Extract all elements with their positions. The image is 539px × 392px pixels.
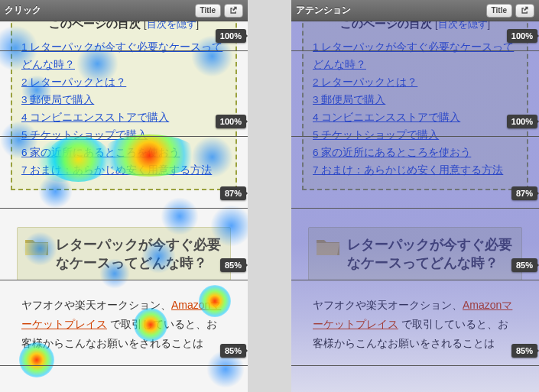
section-heading: レターパックが今すぐ必要なケースってどんな時？ <box>308 227 522 281</box>
toc-item: 6 家の近所にあるところを使おう <box>21 144 226 162</box>
body-paragraph: ヤフオクや楽天オークション、Amazonマーケットプレイス で取引していると、お… <box>21 296 226 354</box>
toc-item: 3 郵便局で購入 <box>313 92 518 109</box>
toc-item: 4 コンビニエンスストアで購入 <box>21 109 226 127</box>
title-button[interactable]: Title <box>195 4 221 18</box>
panel-title: クリック <box>5 4 195 17</box>
panel-header: クリック Title <box>0 0 248 21</box>
panel-title: アテンション <box>296 4 486 17</box>
scroll-marker: 85% <box>220 344 246 358</box>
toc-list: 1 レターパックが今すぐ必要なケースってどんな時？ 2 レターパックとは？ 3 … <box>21 39 226 180</box>
toc-item: 1 レターパックが今すぐ必要なケースってどんな時？ <box>313 39 518 74</box>
scroll-marker: 85% <box>511 258 537 272</box>
section-heading-text: レターパックが今すぐ必要なケースってどんな時？ <box>347 235 512 273</box>
panel-attention: アテンション Title このページの目次 [目次を隠す] 1 レターパックが今… <box>291 0 539 392</box>
toc-box: このページの目次 [目次を隠す] 1 レターパックが今すぐ必要なケースってどんな… <box>302 8 528 190</box>
scroll-marker: 100% <box>507 29 537 43</box>
scroll-marker: 85% <box>220 258 246 272</box>
panel-header: アテンション Title <box>291 0 539 21</box>
toc-item: 2 レターパックとは？ <box>313 74 518 92</box>
panel-body: このページの目次 [目次を隠す] 1 レターパックが今すぐ必要なケースってどんな… <box>291 0 539 392</box>
toc-item: 5 チケットショップで購入 <box>21 127 226 144</box>
toc-item: 5 チケットショップで購入 <box>313 127 518 144</box>
external-link-icon <box>521 6 529 15</box>
section-heading-text: レターパックが今すぐ必要なケースってどんな時？ <box>56 235 221 273</box>
scroll-marker: 100% <box>216 29 246 43</box>
share-button[interactable] <box>515 4 534 18</box>
section-heading: レターパックが今すぐ必要なケースってどんな時？ <box>17 227 231 281</box>
scroll-marker: 100% <box>216 115 246 128</box>
panel-body: このページの目次 [目次を隠す] 1 レターパックが今すぐ必要なケースってどんな… <box>0 0 248 392</box>
split-view: クリック Title このページの目次 [目次を隠す] 1 レターパックが今すぐ… <box>0 0 539 392</box>
title-button[interactable]: Title <box>486 4 512 18</box>
folder-icon <box>24 235 50 257</box>
scroll-marker: 85% <box>511 344 537 358</box>
panel-click: クリック Title このページの目次 [目次を隠す] 1 レターパックが今すぐ… <box>0 0 248 392</box>
body-paragraph: ヤフオクや楽天オークション、Amazonマーケットプレイス で取引していると、お… <box>313 296 518 354</box>
toc-item: 7 おまけ：あらかじめ安く用意する方法 <box>21 162 226 180</box>
panel-divider <box>248 0 291 392</box>
toc-item: 7 おまけ：あらかじめ安く用意する方法 <box>313 162 518 180</box>
toc-list: 1 レターパックが今すぐ必要なケースってどんな時？ 2 レターパックとは？ 3 … <box>313 39 518 180</box>
toc-box: このページの目次 [目次を隠す] 1 レターパックが今すぐ必要なケースってどんな… <box>11 8 237 190</box>
toc-item: 2 レターパックとは？ <box>21 74 226 92</box>
scroll-marker: 100% <box>507 115 537 128</box>
folder-icon <box>315 235 341 257</box>
scroll-marker: 87% <box>511 186 537 200</box>
toc-item: 6 家の近所にあるところを使おう <box>313 144 518 162</box>
share-button[interactable] <box>224 4 243 18</box>
external-link-icon <box>229 6 238 15</box>
toc-item: 4 コンビニエンスストアで購入 <box>313 109 518 127</box>
toc-item: 1 レターパックが今すぐ必要なケースってどんな時？ <box>21 39 226 74</box>
scroll-marker: 87% <box>220 186 246 200</box>
toc-item: 3 郵便局で購入 <box>21 92 226 109</box>
